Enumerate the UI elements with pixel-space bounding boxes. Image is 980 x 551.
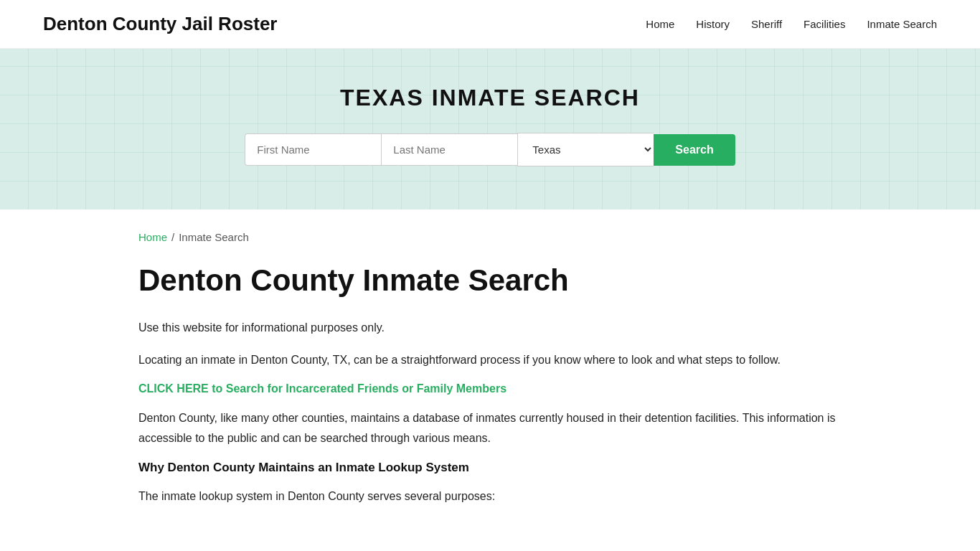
nav-sheriff[interactable]: Sheriff	[751, 18, 782, 30]
paragraph-3: Denton County, like many other counties,…	[138, 408, 842, 447]
paragraph-4: The inmate lookup system in Denton Count…	[138, 486, 842, 506]
state-select[interactable]: TexasAlabamaAlaskaArizonaArkansasCalifor…	[517, 133, 654, 166]
last-name-input[interactable]	[381, 133, 517, 166]
search-form: TexasAlabamaAlaskaArizonaArkansasCalifor…	[14, 133, 966, 166]
paragraph-2: Locating an inmate in Denton County, TX,…	[138, 350, 842, 369]
search-button[interactable]: Search	[654, 134, 735, 166]
cta-link[interactable]: CLICK HERE to Search for Incarcerated Fr…	[138, 382, 842, 395]
main-content: Home / Inmate Search Denton County Inmat…	[95, 209, 885, 551]
hero-title: TEXAS INMATE SEARCH	[14, 85, 966, 111]
breadcrumb-current: Inmate Search	[179, 231, 249, 243]
nav-facilities[interactable]: Facilities	[804, 18, 845, 30]
subheading-1: Why Denton County Maintains an Inmate Lo…	[138, 461, 842, 475]
breadcrumb: Home / Inmate Search	[138, 231, 842, 243]
nav-inmate-search[interactable]: Inmate Search	[867, 18, 937, 30]
breadcrumb-separator: /	[171, 231, 174, 243]
site-header: Denton County Jail Roster Home History S…	[0, 0, 980, 49]
hero-banner: TEXAS INMATE SEARCH TexasAlabamaAlaskaAr…	[0, 49, 980, 209]
nav-history[interactable]: History	[696, 18, 730, 30]
breadcrumb-home[interactable]: Home	[138, 231, 167, 243]
nav-home[interactable]: Home	[646, 18, 674, 30]
first-name-input[interactable]	[245, 133, 381, 166]
paragraph-1: Use this website for informational purpo…	[138, 318, 842, 337]
page-heading: Denton County Inmate Search	[138, 263, 842, 298]
site-title: Denton County Jail Roster	[43, 13, 277, 35]
site-nav: Home History Sheriff Facilities Inmate S…	[646, 18, 937, 30]
